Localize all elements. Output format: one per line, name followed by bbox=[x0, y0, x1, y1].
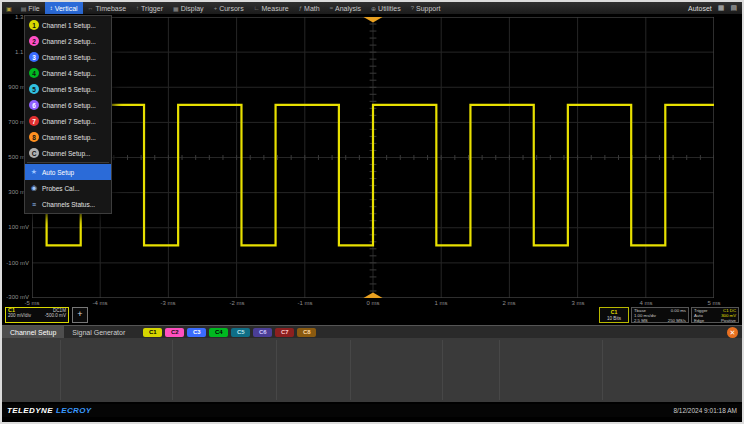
section-divider bbox=[602, 340, 603, 400]
waveform-display[interactable] bbox=[32, 17, 714, 298]
x-axis-label: -5 ms bbox=[25, 300, 40, 306]
channel-3-badge: 3 bbox=[29, 52, 39, 62]
menu-measure[interactable]: ∟ Measure bbox=[249, 2, 294, 14]
teledyne-lecroy-logo: TELEDYNELECROY bbox=[7, 406, 92, 415]
display-grid-icon[interactable]: ▦ bbox=[718, 4, 725, 12]
grid-and-trace-svg bbox=[32, 17, 714, 298]
probes-cal-icon: ◉ bbox=[29, 184, 39, 192]
menu-vertical[interactable]: ↕ Vertical bbox=[45, 2, 83, 14]
tab-signal-generator[interactable]: Signal Generator bbox=[64, 326, 133, 338]
add-trace-button[interactable]: + bbox=[72, 307, 88, 323]
menu-trigger[interactable]: ↑ Trigger bbox=[131, 2, 168, 14]
c1-trace-descriptor[interactable]: C1 DC1M 200 mV/div -500.0 mV bbox=[5, 307, 69, 323]
section-divider bbox=[442, 340, 443, 400]
menu-analysis[interactable]: ≈ Analysis bbox=[325, 2, 366, 14]
acq-bits: 10 Bits bbox=[600, 316, 628, 323]
channels-status-icon: ≡ bbox=[29, 201, 39, 208]
channel-8-badge: 8 bbox=[29, 132, 39, 142]
section-divider bbox=[60, 340, 61, 400]
tab-channel-setup[interactable]: Channel Setup bbox=[2, 326, 64, 338]
trigger-icon: ↑ bbox=[136, 5, 139, 11]
x-axis-label: -1 ms bbox=[298, 300, 313, 306]
channel-setup-badge: C bbox=[29, 148, 39, 158]
channel-chip-c3[interactable]: C3 bbox=[187, 328, 206, 337]
menu-display-label: Display bbox=[181, 5, 204, 12]
menu-item-channel-8-setup[interactable]: 8 Channel 8 Setup... bbox=[25, 129, 111, 145]
autoset-button[interactable]: Autoset bbox=[688, 5, 712, 12]
menu-item-channel-4-setup[interactable]: 4 Channel 4 Setup... bbox=[25, 65, 111, 81]
channel-chip-c2[interactable]: C2 bbox=[165, 328, 184, 337]
oscilloscope-app-window: ▣ ▤ File ↕ Vertical ↔ Timebase ↑ Trigger… bbox=[0, 0, 744, 424]
channel-7-badge: 7 bbox=[29, 116, 39, 126]
menu-timebase[interactable]: ↔ Timebase bbox=[83, 2, 131, 14]
x-axis-label: 2 ms bbox=[502, 300, 515, 306]
menu-support-label: Support bbox=[416, 5, 441, 12]
menu-math-label: Math bbox=[304, 5, 320, 12]
measure-menu-icon: ∟ bbox=[254, 5, 260, 11]
acquisition-descriptor[interactable]: C1 10 Bits bbox=[599, 307, 629, 323]
trigger-descriptor[interactable]: Trigger C1 DC Auto 300 mV Edge Positive bbox=[691, 307, 739, 323]
channel-chip-c7[interactable]: C7 bbox=[275, 328, 294, 337]
analysis-icon: ≈ bbox=[330, 5, 333, 11]
datetime-display: 8/12/2024 9:01:18 AM bbox=[673, 407, 737, 414]
x-axis-label: -4 ms bbox=[93, 300, 108, 306]
x-axis-label: 5 ms bbox=[707, 300, 720, 306]
menu-item-channel-setup[interactable]: C Channel Setup... bbox=[25, 145, 111, 161]
x-axis-label: 4 ms bbox=[639, 300, 652, 306]
close-dialog-button[interactable]: ✕ bbox=[727, 327, 738, 338]
channel-6-badge: 6 bbox=[29, 100, 39, 110]
menu-analysis-label: Analysis bbox=[335, 5, 361, 12]
channel-2-badge: 2 bbox=[29, 36, 39, 46]
channel-chip-c4[interactable]: C4 bbox=[209, 328, 228, 337]
menu-item-channel-7-setup[interactable]: 7 Channel 7 Setup... bbox=[25, 113, 111, 129]
section-divider bbox=[499, 340, 500, 400]
menu-bar: ▣ ▤ File ↕ Vertical ↔ Timebase ↑ Trigger… bbox=[2, 2, 742, 15]
menu-item-channel-3-setup[interactable]: 3 Channel 3 Setup... bbox=[25, 49, 111, 65]
menu-trigger-label: Trigger bbox=[141, 5, 163, 12]
x-axis-label: -2 ms bbox=[230, 300, 245, 306]
menu-timebase-label: Timebase bbox=[96, 5, 126, 12]
app-icon: ▣ bbox=[2, 5, 16, 12]
c1-descriptor-scale: 200 mV/div bbox=[8, 313, 31, 318]
menu-separator bbox=[27, 162, 109, 163]
cursors-icon: + bbox=[214, 5, 218, 11]
menu-item-channels-status[interactable]: ≡ Channels Status... bbox=[25, 196, 111, 212]
x-axis-label: 0 ms bbox=[366, 300, 379, 306]
menu-item-channel-1-setup[interactable]: 1 Channel 1 Setup... bbox=[25, 17, 111, 33]
dialog-header: Channel Setup Signal Generator C1 C2 C3 … bbox=[2, 325, 742, 338]
menu-item-auto-setup[interactable]: ★ Auto Setup bbox=[25, 164, 111, 180]
menu-cursors[interactable]: + Cursors bbox=[209, 2, 249, 14]
channel-chip-c1[interactable]: C1 bbox=[143, 328, 162, 337]
menu-utilities-label: Utilities bbox=[378, 5, 401, 12]
menu-item-probes-cal[interactable]: ◉ Probes Cal... bbox=[25, 180, 111, 196]
channel-chip-c5[interactable]: C5 bbox=[231, 328, 250, 337]
x-axis-label: 1 ms bbox=[434, 300, 447, 306]
file-icon: ▤ bbox=[21, 5, 27, 12]
menu-utilities[interactable]: ⊕ Utilities bbox=[366, 2, 406, 14]
status-bar: TELEDYNELECROY 8/12/2024 9:01:18 AM bbox=[2, 404, 742, 417]
menu-math[interactable]: ƒ Math bbox=[294, 2, 325, 14]
menu-display[interactable]: ▦ Display bbox=[168, 2, 209, 14]
channel-5-badge: 5 bbox=[29, 84, 39, 94]
utilities-icon: ⊕ bbox=[371, 5, 376, 12]
support-icon: ? bbox=[411, 5, 414, 11]
menu-cursors-label: Cursors bbox=[219, 5, 244, 12]
menu-measure-label: Measure bbox=[262, 5, 289, 12]
menu-file[interactable]: ▤ File bbox=[16, 2, 45, 14]
menu-item-channel-6-setup[interactable]: 6 Channel 6 Setup... bbox=[25, 97, 111, 113]
section-divider bbox=[276, 340, 277, 400]
hardcopy-icon[interactable]: ▤ bbox=[730, 4, 737, 12]
channel-chip-c8[interactable]: C8 bbox=[297, 328, 316, 337]
menu-item-channel-2-setup[interactable]: 2 Channel 2 Setup... bbox=[25, 33, 111, 49]
menu-support[interactable]: ? Support bbox=[406, 2, 446, 14]
section-divider bbox=[172, 340, 173, 400]
channel-chip-row: C1 C2 C3 C4 C5 C6 C7 C8 bbox=[143, 328, 316, 337]
timebase-descriptor[interactable]: Tbase 0.00 ms 1.00 ms/div 2.5 MS 250 MS/… bbox=[631, 307, 689, 323]
x-axis-label: 3 ms bbox=[571, 300, 584, 306]
channel-chip-c6[interactable]: C6 bbox=[253, 328, 272, 337]
section-divider bbox=[350, 340, 351, 400]
menu-item-channel-5-setup[interactable]: 5 Channel 5 Setup... bbox=[25, 81, 111, 97]
menu-file-label: File bbox=[28, 5, 39, 12]
auto-setup-icon: ★ bbox=[29, 168, 39, 176]
y-axis-label: -100 mV bbox=[2, 260, 29, 266]
